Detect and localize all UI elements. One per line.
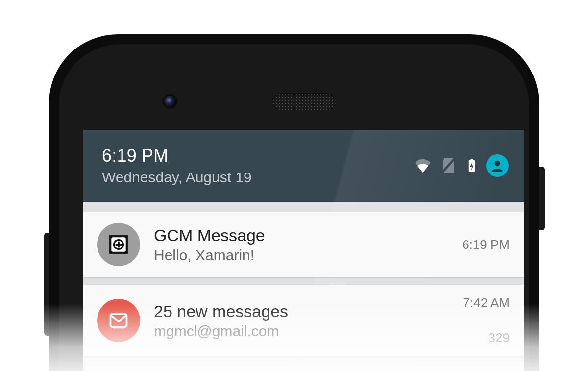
status-date: Wednesday, August 19 (102, 169, 414, 186)
notification-text: Hello, Xamarin! (154, 247, 448, 264)
front-camera (164, 96, 176, 107)
notification-title: 25 new messages (154, 302, 449, 321)
phone-bezel: 6:19 PM Wednesday, August 19 (59, 44, 529, 371)
wifi-icon[interactable] (414, 156, 432, 175)
svg-rect-2 (471, 159, 473, 161)
gmail-icon (108, 310, 129, 331)
svg-rect-9 (116, 244, 122, 246)
notification-count: 329 (463, 330, 510, 346)
notification-body: 25 new messages mgmcl@gmail.com (154, 302, 449, 340)
clock-area[interactable]: 6:19 PM Wednesday, August 19 (102, 146, 414, 186)
notification-card[interactable]: GCM Message Hello, Xamarin! 6:19 PM (83, 212, 524, 277)
notification-body: GCM Message Hello, Xamarin! (154, 226, 448, 264)
power-button[interactable] (539, 167, 545, 230)
svg-point-4 (494, 161, 500, 166)
notification-card[interactable]: 25 new messages mgmcl@gmail.com 7:42 AM … (83, 285, 524, 356)
notification-timestamp: 7:42 AM (463, 296, 510, 311)
notification-meta: 6:19 PM (462, 237, 510, 252)
no-sim-icon[interactable] (439, 156, 458, 175)
notification-title: GCM Message (154, 226, 448, 245)
device-screen: 6:19 PM Wednesday, August 19 (83, 130, 524, 371)
app-plus-icon (108, 234, 129, 255)
volume-button[interactable] (44, 233, 49, 336)
notification-shade-header[interactable]: 6:19 PM Wednesday, August 19 (83, 130, 524, 202)
earpiece-speaker (272, 93, 336, 110)
battery-charging-icon[interactable] (465, 156, 479, 175)
status-time: 6:19 PM (102, 146, 414, 166)
phone-frame: 6:19 PM Wednesday, August 19 (49, 34, 539, 371)
notification-app-icon (97, 223, 140, 266)
shade-gap (83, 202, 524, 212)
notification-app-icon (97, 299, 140, 342)
notification-timestamp: 6:19 PM (462, 237, 510, 252)
user-avatar-icon[interactable] (486, 154, 509, 177)
notification-meta: 7:42 AM 329 (463, 296, 510, 346)
notification-text: mgmcl@gmail.com (154, 323, 449, 340)
status-icons (414, 154, 509, 177)
